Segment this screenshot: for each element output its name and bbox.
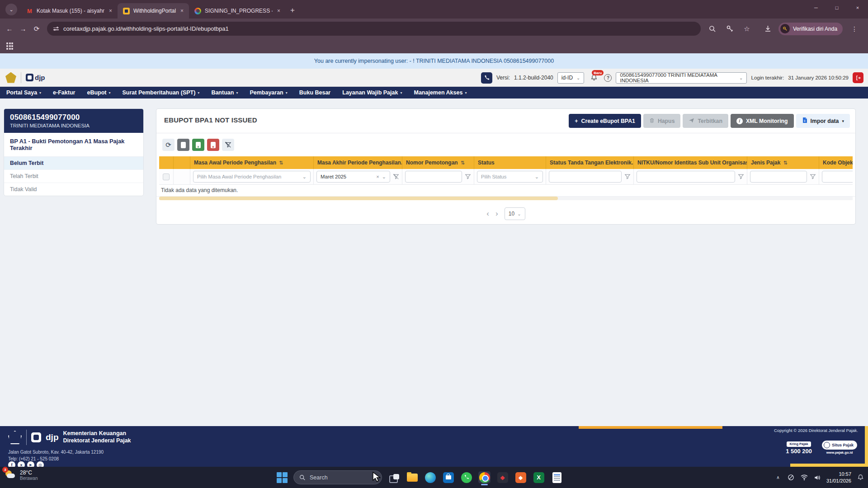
tab-search-button[interactable]: ⌄ — [5, 4, 17, 15]
close-tab-icon[interactable]: × — [276, 8, 281, 14]
funnel-icon[interactable] — [738, 174, 744, 180]
bottom-scrollbar[interactable] — [790, 464, 865, 467]
nav-e-faktur[interactable]: e-Faktur — [53, 89, 75, 96]
sort-icon[interactable]: ⇅ — [279, 160, 283, 166]
microsoft-store-button[interactable] — [442, 471, 454, 483]
close-window-button[interactable]: × — [847, 0, 868, 15]
reload-button[interactable]: ⟳ — [30, 25, 43, 33]
nitku-input[interactable] — [637, 171, 735, 183]
horizontal-scrollbar[interactable] — [159, 197, 853, 200]
filter-slash-icon[interactable] — [393, 174, 399, 180]
column-jenis-pajak[interactable]: Jenis Pajak⇅ — [747, 156, 819, 169]
prev-page-button[interactable]: ‹ — [486, 209, 489, 218]
nav-bantuan[interactable]: Bantuan▾ — [211, 89, 238, 96]
hapus-button[interactable]: Hapus — [643, 114, 681, 128]
jenis-pajak-input[interactable] — [750, 171, 807, 183]
chrome-button[interactable] — [478, 471, 491, 483]
forward-button[interactable]: → — [16, 25, 30, 33]
nav-pembayaran[interactable]: Pembayaran▾ — [250, 89, 287, 96]
notification-bell-button[interactable]: Baru — [588, 72, 600, 84]
sidebar-item-telah-terbit[interactable]: Telah Terbit — [4, 170, 143, 183]
download-icon[interactable] — [762, 25, 773, 32]
file-explorer-button[interactable] — [406, 471, 418, 483]
nav-spt[interactable]: Surat Pemberitahuan (SPT)▾ — [123, 89, 200, 96]
funnel-icon[interactable] — [465, 174, 471, 180]
minimize-button[interactable]: ─ — [806, 0, 826, 15]
kode-objek-input[interactable] — [822, 171, 853, 183]
export-csv-button[interactable] — [177, 139, 189, 151]
tab-withholding-portal[interactable]: WithholdingPortal × — [118, 3, 189, 19]
column-kode-objek[interactable]: Kode Objek Pa — [819, 156, 853, 169]
contact-phone-button[interactable] — [481, 72, 492, 84]
export-excel-button[interactable]: x — [192, 139, 204, 151]
scrollbar-thumb[interactable] — [159, 197, 558, 200]
taskbar-clock[interactable]: 10:57 31/01/2026 — [826, 471, 851, 484]
column-masa-akhir[interactable]: Masa Akhir Periode Penghasilan... — [314, 156, 402, 169]
terbitkan-button[interactable]: Terbitkan — [683, 114, 728, 128]
tab-signing-in-progress[interactable]: SIGNING_IN_PROGRESS - Penel × — [189, 3, 286, 19]
nav-buku-besar[interactable]: Buku Besar — [299, 89, 330, 96]
column-nomor-pemotongan[interactable]: Nomor Pemotongan⇅ — [402, 156, 474, 169]
do-not-disturb-icon[interactable] — [787, 474, 795, 481]
sort-icon[interactable]: ⇅ — [783, 160, 787, 166]
password-key-icon[interactable] — [724, 25, 735, 33]
red-app-button[interactable]: ◆ — [496, 471, 509, 483]
status-ttd-input[interactable] — [549, 171, 622, 183]
apps-grid-icon[interactable] — [6, 42, 13, 49]
wifi-icon[interactable] — [800, 474, 808, 480]
browser-menu-kebab-icon[interactable]: ⋮ — [849, 25, 860, 33]
djp-logo[interactable]: djp — [26, 74, 45, 81]
create-ebupot-button[interactable]: + Create eBupot BPA1 — [569, 114, 641, 128]
taskbar-search[interactable]: Search — [293, 470, 382, 484]
status-select[interactable]: Pilih Status ⌄ — [477, 171, 543, 183]
new-tab-button[interactable]: + — [290, 6, 295, 15]
page-size-select[interactable]: 10 ⌄ — [505, 207, 525, 220]
nav-layanan-wajib-pajak[interactable]: Layanan Wajib Pajak▾ — [342, 89, 402, 96]
help-button[interactable]: ? — [604, 74, 612, 82]
tab-gmail[interactable]: M Kotak Masuk (155) - aisyahnuru × — [21, 3, 118, 19]
select-all-checkbox[interactable] — [163, 174, 170, 180]
impor-data-button[interactable]: Impor data ▾ — [796, 114, 850, 128]
zoom-icon[interactable] — [707, 25, 718, 33]
start-button[interactable] — [277, 472, 288, 483]
whatsapp-button[interactable] — [460, 471, 472, 483]
orange-app-button[interactable]: ◆ — [514, 471, 527, 483]
clear-filters-button[interactable] — [222, 139, 234, 151]
column-masa-awal[interactable]: Masa Awal Periode Penghasilan⇅ — [190, 156, 314, 169]
next-page-button[interactable]: › — [495, 209, 498, 218]
close-tab-icon[interactable]: × — [179, 8, 184, 14]
masa-awal-select[interactable]: Pilih Masa Awal Periode Penghasilan ⌄ — [193, 171, 311, 183]
sidebar-item-belum-terbit[interactable]: Belum Terbit — [4, 157, 143, 170]
writer-button[interactable] — [551, 471, 563, 483]
locale-select[interactable]: id-ID ⌄ — [557, 72, 585, 84]
maximize-button[interactable]: □ — [826, 0, 847, 15]
taskbar-weather-widget[interactable]: 3 28°C Berawan — [5, 469, 38, 481]
url-text[interactable]: coretaxdjp.pajak.go.id/withholding-slips… — [63, 25, 229, 32]
address-bar[interactable]: coretaxdjp.pajak.go.id/withholding-slips… — [47, 22, 701, 36]
nav-manajemen-akses[interactable]: Manajemen Akses▾ — [414, 89, 467, 96]
footer-scrollbar-thumb[interactable] — [579, 426, 722, 429]
sort-icon[interactable]: ⇅ — [461, 160, 465, 166]
task-view-button[interactable] — [388, 471, 400, 483]
edge-button[interactable] — [424, 471, 436, 483]
logout-button[interactable] — [853, 72, 863, 83]
column-status[interactable]: Status — [474, 156, 546, 169]
masa-akhir-select[interactable]: Maret 2025 × ⌄ — [316, 171, 390, 183]
funnel-icon[interactable] — [624, 174, 631, 180]
export-pdf-button[interactable]: a — [207, 139, 219, 151]
funnel-icon[interactable] — [810, 174, 816, 180]
clear-icon[interactable]: × — [376, 174, 379, 179]
vertical-scrollbar[interactable] — [865, 426, 868, 467]
bookmark-star-icon[interactable]: ☆ — [741, 25, 752, 33]
nav-portal-saya[interactable]: Portal Saya▾ — [6, 89, 41, 96]
account-select[interactable]: 0508615499077000 TRINITI MEDIATAMA INDON… — [616, 72, 747, 84]
excel-button[interactable]: X — [533, 471, 545, 483]
nomor-pemotongan-input[interactable] — [405, 171, 462, 183]
close-tab-icon[interactable]: × — [108, 8, 113, 14]
profile-button[interactable]: Verifikasi diri Anda — [778, 23, 843, 35]
notification-bell-icon[interactable] — [856, 474, 864, 481]
xml-monitoring-button[interactable]: i XML Monitoring — [731, 114, 794, 128]
sidebar-item-tidak-valid[interactable]: Tidak Valid — [4, 183, 143, 196]
back-button[interactable]: ← — [3, 25, 16, 33]
column-nitku[interactable]: NITKU/Nomor Identitas Sub Unit Organisas… — [634, 156, 747, 169]
